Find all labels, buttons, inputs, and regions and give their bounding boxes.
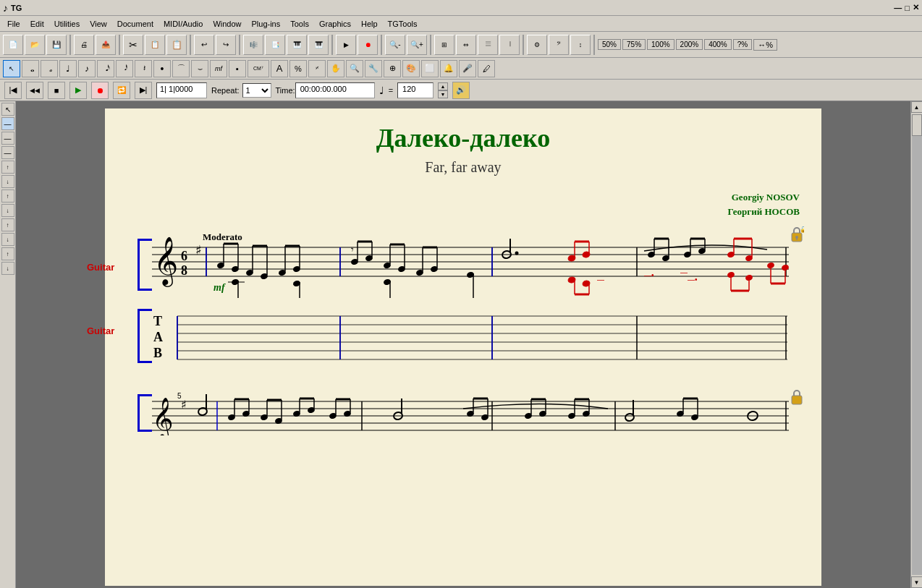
btn-note-whole[interactable]: 𝅝 (22, 60, 39, 77)
left-btn-7[interactable]: ↑ (1, 189, 14, 203)
btn-spacing[interactable]: ⇔ (456, 35, 476, 55)
btn-new[interactable]: 📄 (3, 35, 23, 55)
left-btn-8[interactable]: ↓ (1, 204, 14, 217)
btn-select[interactable]: ↖ (3, 60, 20, 77)
scroll-up-btn[interactable]: ▲ (911, 101, 923, 113)
menu-graphics[interactable]: Graphics (315, 18, 355, 30)
left-btn-11[interactable]: ↑ (1, 247, 14, 260)
menu-help[interactable]: Help (357, 18, 382, 30)
btn-redo[interactable]: ↪ (216, 35, 236, 55)
btn-to-end[interactable]: ▶| (135, 82, 152, 99)
zoom-50[interactable]: 50% (598, 39, 621, 50)
left-btn-5[interactable]: ↑ (1, 161, 14, 174)
maximize-btn[interactable]: □ (905, 4, 910, 12)
repeat-select[interactable]: 124 (242, 83, 271, 98)
btn-record-transport[interactable]: ⏺ (91, 82, 109, 99)
btn-dynamic-mf[interactable]: mf (210, 60, 227, 77)
btn-style[interactable]: 𝄢 (549, 35, 569, 55)
menu-document[interactable]: Document (113, 18, 158, 30)
btn-note-quarter[interactable]: ♩ (59, 60, 77, 77)
zoom-200[interactable]: 200% (676, 39, 703, 50)
menu-plugins[interactable]: Plug-ins (248, 18, 285, 30)
menu-midi-audio[interactable]: MIDI/Audio (159, 18, 207, 30)
btn-open[interactable]: 📂 (25, 35, 45, 55)
btn-chord-cm7[interactable]: CM⁷ (248, 60, 269, 77)
btn-hand[interactable]: ✋ (327, 60, 344, 77)
btn-export[interactable]: 📤 (96, 35, 116, 55)
left-btn-9[interactable]: ↑ (1, 218, 14, 231)
btn-articulation[interactable]: ▪ (229, 60, 246, 77)
btn-play-score[interactable]: ▶ (336, 35, 356, 55)
btn-midi-in[interactable]: 🎹 (287, 35, 307, 55)
btn-bell[interactable]: 🔔 (440, 60, 457, 77)
btn-paste[interactable]: 📋 (166, 35, 187, 55)
btn-note-16th[interactable]: 𝅘𝅥𝅯 (97, 60, 114, 77)
menu-view[interactable]: View (85, 18, 111, 30)
btn-properties[interactable]: ⚙ (527, 35, 547, 55)
bpm-stepper[interactable]: ▲ ▼ (438, 82, 448, 98)
close-btn[interactable]: ✕ (913, 3, 919, 12)
btn-zoom-out[interactable]: 🔍- (385, 35, 405, 55)
btn-stop[interactable]: ■ (48, 82, 65, 99)
btn-hammer[interactable]: 🔧 (365, 60, 382, 77)
btn-parts[interactable]: 📑 (265, 35, 285, 55)
lock-icon-2[interactable] (790, 388, 807, 409)
btn-copy[interactable]: 📋 (145, 35, 165, 55)
btn-measures[interactable]: 𝄚 (478, 35, 498, 55)
btn-save[interactable]: 💾 (46, 35, 67, 55)
left-btn-10[interactable]: ↓ (1, 233, 14, 246)
btn-metronome[interactable]: 🔊 (452, 82, 470, 99)
menu-file[interactable]: File (3, 18, 25, 30)
bpm-display[interactable]: 120 (397, 82, 433, 98)
btn-undo[interactable]: ↩ (194, 35, 214, 55)
menu-window[interactable]: Window (208, 18, 245, 30)
zoom-width[interactable]: ↔% (753, 39, 777, 51)
btn-percent[interactable]: % (289, 60, 307, 77)
right-scrollbar[interactable]: ▲ ▼ (910, 101, 922, 588)
btn-text-a[interactable]: A (271, 60, 288, 77)
btn-play[interactable]: ▶ (69, 82, 87, 99)
btn-layout[interactable]: ⊞ (434, 35, 454, 55)
btn-print[interactable]: 🖨 (74, 35, 94, 55)
menu-tools[interactable]: Tools (286, 18, 313, 30)
left-btn-3[interactable]: — (1, 132, 14, 145)
btn-repeat-sign[interactable]: 𝄎 (308, 60, 326, 77)
left-btn-2[interactable]: — (1, 117, 14, 130)
btn-rest[interactable]: 𝄽 (135, 60, 152, 77)
menu-tgtools[interactable]: TGTools (384, 18, 422, 30)
btn-mic[interactable]: 🎤 (459, 60, 476, 77)
left-btn-4[interactable]: — (1, 146, 14, 159)
btn-loop[interactable]: 🔁 (113, 82, 130, 99)
btn-midi-out[interactable]: 🎹 (308, 35, 329, 55)
position-display[interactable]: 1| 1|0000 (156, 82, 207, 98)
btn-to-start[interactable]: |◀ (4, 82, 22, 99)
btn-note-32nd[interactable]: 𝅘𝅥𝅰 (116, 60, 133, 77)
left-btn-1[interactable]: ↖ (1, 103, 14, 116)
btn-transpose[interactable]: ↕ (570, 35, 591, 55)
scroll-thumb[interactable] (912, 114, 922, 136)
scroll-down-btn[interactable]: ▼ (911, 576, 923, 588)
left-btn-6[interactable]: ↓ (1, 175, 14, 188)
btn-slur[interactable]: ⌣ (191, 60, 208, 77)
menu-edit[interactable]: Edit (26, 18, 48, 30)
lock-icon-1[interactable]: 🔓 (790, 226, 807, 246)
btn-note-eighth[interactable]: ♪ (78, 60, 96, 77)
btn-tool-last[interactable]: 🖊 (478, 60, 495, 77)
btn-dot[interactable]: • (153, 60, 171, 77)
btn-tie[interactable]: ⌒ (172, 60, 190, 77)
btn-note-half[interactable]: 𝅗 (41, 60, 58, 77)
btn-cut[interactable]: ✂ (123, 35, 143, 55)
btn-prev[interactable]: ◀◀ (26, 82, 43, 99)
zoom-75[interactable]: 75% (622, 39, 646, 50)
btn-zoom-tool[interactable]: 🔍 (346, 60, 363, 77)
scroll-track[interactable] (912, 114, 922, 575)
btn-record[interactable]: ⏺ (358, 35, 378, 55)
zoom-100[interactable]: 100% (647, 39, 674, 50)
zoom-400[interactable]: 400% (704, 39, 732, 50)
btn-zoom-in[interactable]: 🔍+ (407, 35, 427, 55)
btn-eraser[interactable]: ⬜ (421, 60, 439, 77)
btn-target[interactable]: ⊕ (384, 60, 401, 77)
btn-color[interactable]: 🎨 (402, 60, 420, 77)
minimize-btn[interactable]: — (894, 4, 902, 12)
btn-beams[interactable]: 𝄁 (499, 35, 520, 55)
